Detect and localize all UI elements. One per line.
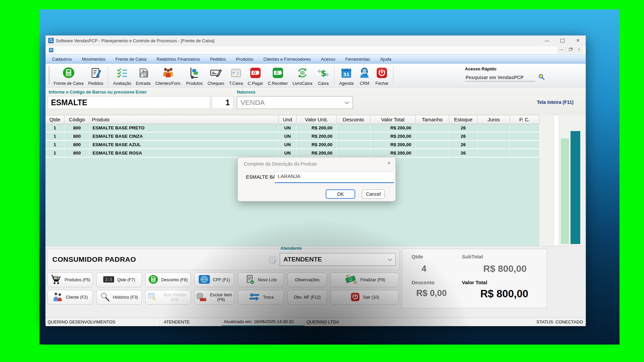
attendant-select[interactable]: ATENDENTE <box>280 253 396 266</box>
receive-money-icon <box>272 67 284 80</box>
search-input[interactable]: Pesquisar em VendasPCP <box>465 74 535 81</box>
troca-button[interactable]: Troca <box>238 290 284 305</box>
dialog-description-input[interactable]: LARANJA <box>275 172 394 183</box>
search-icon[interactable] <box>538 73 545 81</box>
dollar-arrows-icon: $ <box>317 67 329 80</box>
menu-cadastros[interactable]: Cadastros <box>47 55 77 63</box>
minimize-icon[interactable]: — <box>539 36 555 46</box>
toolbar-avaliacao-button[interactable]: Avaliação <box>111 64 133 87</box>
support-agent-icon <box>358 67 371 80</box>
barcode-input[interactable]: ESMALTE <box>48 96 210 109</box>
col-produto[interactable]: Produto <box>90 115 279 124</box>
open-order-icon <box>147 292 158 303</box>
sair-button[interactable]: Sair (10) <box>330 290 399 305</box>
mdi-close-icon[interactable]: × <box>575 47 583 53</box>
toolbar-tcaixa-button[interactable]: T.Caixa <box>227 64 246 87</box>
totals-discount-label: Desconto <box>412 280 462 285</box>
col-codigo[interactable]: Código <box>64 115 90 124</box>
menu-pedidos[interactable]: Pedidos <box>205 55 231 63</box>
toolbar-clientes-forn-button[interactable]: Clientes/Forn. <box>153 64 184 87</box>
menu-ferramentas[interactable]: Ferramentas <box>340 55 375 63</box>
toolbar-caixa-button[interactable]: $ Caixa <box>315 64 332 87</box>
menu-clientes-fornecedores[interactable]: Clientes e Fornecedores <box>258 55 316 63</box>
novo-lcto-button[interactable]: Novo Lcto <box>238 273 284 287</box>
magnifier-icon <box>100 292 110 303</box>
toolbar-agenda-button[interactable]: 31 Agenda <box>337 64 356 87</box>
table-row[interactable]: 1 800 ESMALTE BASE ROSA UN R$ 200,00 R$ … <box>46 149 539 158</box>
toolbar-produtos-button[interactable]: Produtos <box>184 64 205 87</box>
menu-acesso[interactable]: Acesso <box>316 55 340 63</box>
obs-nf-button[interactable]: Obs. NF (F12) <box>287 290 327 305</box>
toolbar-pedidos-button[interactable]: Pedidos <box>86 64 106 87</box>
toolbar-cpagar-button[interactable]: C.Pagar <box>245 64 265 87</box>
col-valor-unit[interactable]: Valor Unit. <box>297 115 337 124</box>
cash-register-icon <box>62 67 75 80</box>
toolbar-fechar-button[interactable]: Fechar <box>373 64 391 87</box>
toolbar-cheques-button[interactable]: Cheques <box>205 64 227 87</box>
col-estoque[interactable]: Estoque <box>449 115 478 124</box>
entry-section: Informe o Código de Barras ou pressione … <box>46 87 586 115</box>
natureza-select[interactable]: VENDA <box>237 96 353 109</box>
vertical-scrollbar[interactable] <box>553 115 559 246</box>
col-qtde[interactable]: Qtde <box>46 115 64 124</box>
desconto-button[interactable]: Desconto (F8) <box>145 273 191 287</box>
status-user: ATENDENTE <box>160 318 222 326</box>
menu-frente-de-caixa[interactable]: Frente de Caixa <box>110 55 152 63</box>
cancel-button[interactable]: Cancel <box>362 189 385 199</box>
svg-text:2:5: 2:5 <box>105 277 112 282</box>
action-buttons: Produtos (F5) 2:5 Qtde (F7) Desconto (F8… <box>47 273 399 305</box>
attendant-label: Atendente <box>280 246 302 251</box>
menu-produtos[interactable]: Produtos <box>231 55 258 63</box>
toolbar-crm-button[interactable]: CRM <box>356 64 373 87</box>
dialog-close-icon[interactable]: × <box>387 160 391 167</box>
col-und[interactable]: Und <box>279 115 297 124</box>
observacoes-button[interactable]: Observações <box>287 273 327 287</box>
col-valor-total[interactable]: Valor Total <box>370 115 416 124</box>
status-updated: Atualizado em: 16/06/2025 14:30:32 <box>222 318 305 326</box>
toolbar-creceber-button[interactable]: C.Receber <box>265 64 290 87</box>
desktop-background: Software VendasPCP - Planejamento e Cont… <box>40 9 620 345</box>
finalizar-button[interactable]: Finalizar (F9) <box>330 273 399 287</box>
maximize-icon[interactable] <box>555 36 570 46</box>
app-window: Software VendasPCP - Planejamento e Cont… <box>45 35 586 324</box>
menu-relatorios-financeiros[interactable]: Relatórios Financeiros <box>152 55 205 63</box>
cliente-button[interactable]: Cliente (F2) <box>47 290 93 305</box>
abrir-pedido-button: Abrir Pedido (F4) <box>145 290 191 305</box>
power-icon <box>350 292 360 303</box>
col-tamanho[interactable]: Tamanho <box>416 115 449 124</box>
toolbar-separator <box>108 66 108 85</box>
col-desconto[interactable]: Desconto <box>337 115 370 124</box>
toolbar-livrocaixa-button[interactable]: LivroCaixa <box>290 64 315 87</box>
app-logo-icon <box>48 38 54 43</box>
mdi-minimize-icon[interactable]: — <box>557 47 566 53</box>
cpf-button[interactable]: CPF (F1) <box>194 273 234 287</box>
qtde-button[interactable]: 2:5 Qtde (F7) <box>96 273 142 287</box>
toolbar: Frente de Caixa Pedidos Avaliação Entrad… <box>46 64 586 87</box>
historico-button[interactable]: Histórico (F3) <box>96 290 142 305</box>
chroma-frame: Software VendasPCP - Planejamento e Cont… <box>0 0 644 362</box>
quantity-input[interactable]: 1 <box>212 96 233 109</box>
col-juros[interactable]: Juros <box>478 115 510 124</box>
svg-text:31: 31 <box>343 72 350 77</box>
excluir-item-button[interactable]: Excluir Item (F6) <box>194 290 234 305</box>
table-row[interactable]: 1 800 ESMALTE BASE CINZA UN R$ 200,00 R$… <box>46 132 539 141</box>
toolbar-entrada-button[interactable]: Entrada <box>133 64 153 87</box>
people-group-icon <box>162 67 174 80</box>
toolbar-frente-de-caixa-button[interactable]: Frente de Caixa <box>51 64 86 87</box>
ok-button[interactable]: OK <box>326 189 355 199</box>
produtos-button[interactable]: Produtos (F5) <box>47 273 93 287</box>
swap-arrows-icon <box>248 292 260 302</box>
table-row[interactable]: 1 800 ESMALTE BASE PRETO UN R$ 200,00 R$… <box>46 124 539 132</box>
chevron-down-icon <box>388 256 392 262</box>
side-bar-teal <box>571 131 580 244</box>
col-pc[interactable]: P. C. <box>510 115 539 124</box>
close-icon[interactable]: × <box>570 36 586 46</box>
fullscreen-label[interactable]: Tela Inteira (F11) <box>537 100 574 105</box>
toolbar-grip <box>48 66 50 84</box>
menu-movimentos[interactable]: Movimentos <box>77 55 110 63</box>
menu-ajuda[interactable]: Ajuda <box>375 55 396 63</box>
mdi-restore-icon[interactable] <box>566 47 574 53</box>
table-row[interactable]: 1 800 ESMALTE BASE AZUL UN R$ 200,00 R$ … <box>46 141 539 149</box>
title-bar: Software VendasPCP - Planejamento e Cont… <box>46 36 586 46</box>
svg-text:$: $ <box>321 68 326 78</box>
